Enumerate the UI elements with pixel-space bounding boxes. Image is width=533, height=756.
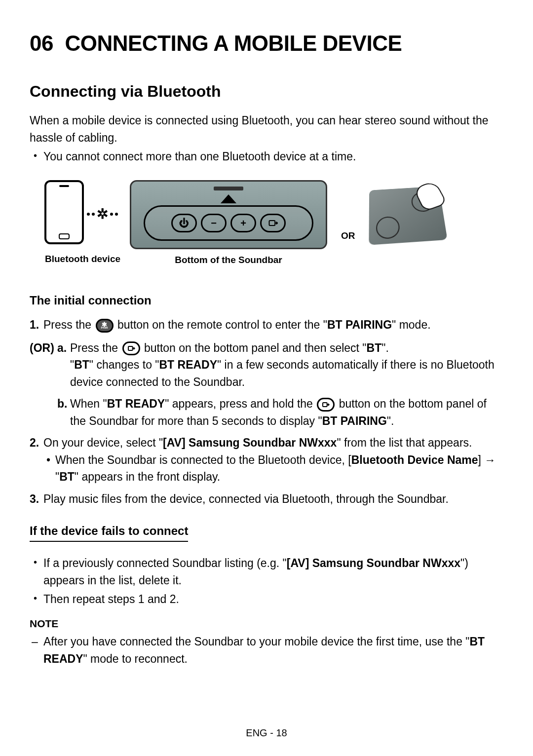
touch-panel-diagram <box>369 180 443 243</box>
subheading-initial: The initial connection <box>30 292 503 309</box>
intro-paragraph: When a mobile device is connected using … <box>30 112 503 146</box>
step-b: b. When "BT READY" appears, press and ho… <box>70 395 503 429</box>
phone-icon <box>44 180 84 244</box>
source-button-icon <box>317 398 335 412</box>
step-or-block: (OR) a. Press the button on the bottom p… <box>43 340 503 430</box>
step-2-bullet: When the Soundbar is connected to the Bl… <box>55 452 503 486</box>
source-icon <box>260 214 286 232</box>
bluetooth-link-icon: ✲ <box>87 204 118 225</box>
soundbar-diagram: ⏻ − + Bottom of the Soundbar <box>130 180 327 267</box>
source-button-icon <box>122 341 140 355</box>
power-icon: ⏻ <box>171 214 197 232</box>
diagram: ✲ Bluetooth device ⏻ − + Bottom of the S… <box>44 180 503 267</box>
plus-icon: + <box>230 214 256 232</box>
svg-rect-0 <box>269 221 275 226</box>
device-caption: Bluetooth device <box>44 252 121 266</box>
bluetooth-device-diagram: ✲ Bluetooth device <box>44 180 121 266</box>
svg-rect-2 <box>323 403 327 407</box>
step-a: a. Press the button on the bottom panel … <box>70 340 503 391</box>
fail-bullet-2: Then repeat steps 1 and 2. <box>43 591 503 608</box>
step-2: 2. On your device, select "[AV] Samsung … <box>43 434 503 486</box>
page-number: ENG - 18 <box>0 725 533 740</box>
soundbar-caption: Bottom of the Soundbar <box>130 253 327 267</box>
subheading-fail: If the device fails to connect <box>30 522 188 542</box>
step-1: 1. Press the ✱PAIR button on the remote … <box>43 316 503 334</box>
note-item: After you have connected the Soundbar to… <box>43 633 503 667</box>
step-3: 3. Play music files from the device, con… <box>43 491 503 508</box>
fail-bullet-1: If a previously connected Soundbar listi… <box>43 555 503 589</box>
chapter-number: 06 <box>30 31 53 55</box>
bt-pair-remote-icon: ✱PAIR <box>96 319 114 333</box>
intro-bullet: You cannot connect more than one Bluetoo… <box>43 148 503 165</box>
note-label: NOTE <box>30 616 503 632</box>
or-label: OR <box>341 204 355 243</box>
chapter-heading: 06 CONNECTING A MOBILE DEVICE <box>30 27 503 60</box>
minus-icon: − <box>201 214 227 232</box>
svg-rect-1 <box>128 346 133 350</box>
section-title: Connecting via Bluetooth <box>30 79 503 103</box>
chapter-title: CONNECTING A MOBILE DEVICE <box>65 31 402 55</box>
